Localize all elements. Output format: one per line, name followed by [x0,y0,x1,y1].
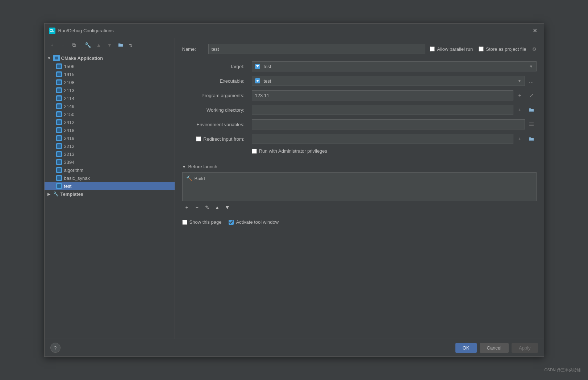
config-icon-2114 [56,95,62,101]
tree-item-2412[interactable]: 2412 [45,118,175,126]
tree-item-2113[interactable]: 2113 [45,86,175,94]
before-launch-header[interactable]: ▼ Before launch [182,164,537,169]
executable-label: Executable: [182,78,247,84]
tree-item-2419[interactable]: 2419 [45,134,175,142]
before-launch-edit-button[interactable]: ✎ [203,203,212,212]
config-icon-test [56,183,62,189]
store-as-project-label: Store as project file [486,46,526,52]
run-admin-checkbox-label[interactable]: Run with Administrator privileges [252,148,328,154]
config-icon-3212 [56,143,62,149]
run-admin-label: Run with Administrator privileges [259,148,328,154]
title-bar: CL Run/Debug Configurations ✕ [45,24,544,38]
footer-right: OK Cancel Apply [455,343,538,353]
apply-button[interactable]: Apply [512,343,538,353]
tree-item-test[interactable]: test [45,182,175,190]
title-bar-left: CL Run/Debug Configurations [49,28,114,34]
config-icon-3213 [56,151,62,157]
tree-item-basic-synax[interactable]: basic_synax [45,174,175,182]
move-up-button[interactable]: ▲ [94,40,104,50]
activate-tool-checkbox[interactable] [229,220,234,225]
env-vars-edit-button[interactable] [526,119,537,129]
show-page-checkbox[interactable] [182,220,187,225]
program-args-expand-button[interactable]: ⤢ [526,90,537,100]
redirect-checkbox-label[interactable]: Redirect input from: [196,136,244,142]
folder-button[interactable] [116,40,125,50]
working-dir-add-button[interactable]: + [515,105,525,115]
executable-select-icon [255,78,260,83]
program-args-add-button[interactable]: + [515,90,525,100]
cancel-button[interactable]: Cancel [480,343,509,353]
show-page-checkbox-label[interactable]: Show this page [182,219,222,225]
activate-tool-checkbox-label[interactable]: Activate tool window [229,219,279,225]
app-icon: CL [49,28,55,34]
templates-group-header[interactable]: ▶ 🔧 Templates [45,190,175,198]
name-input[interactable] [208,44,426,54]
executable-browse-button[interactable]: … [526,76,537,86]
tree-item-2114[interactable]: 2114 [45,94,175,102]
tree-item-label-3213: 3213 [64,152,75,157]
wrench-button[interactable]: 🔧 [83,40,93,50]
tree-item-2149[interactable]: 2149 [45,102,175,110]
tree-item-3213[interactable]: 3213 [45,150,175,158]
remove-config-button[interactable]: − [58,40,68,50]
settings-gear-icon[interactable]: ⚙ [532,46,537,52]
working-dir-input[interactable] [252,105,513,115]
move-down-button[interactable]: ▼ [105,40,114,50]
tree-item-label-1506: 1506 [64,64,75,69]
tree-item-3212[interactable]: 3212 [45,142,175,150]
store-as-project-checkbox[interactable] [479,46,484,51]
activate-tool-label: Activate tool window [236,219,279,225]
config-icon-1915 [56,71,62,77]
target-icon-triangle [256,65,259,67]
before-launch-add-button[interactable]: + [182,203,192,212]
tree-item-3394[interactable]: 3394 [45,158,175,166]
target-select[interactable]: test ▼ [252,61,537,71]
working-dir-label: Working directory: [182,107,247,113]
tree-item-2108[interactable]: 2108 [45,78,175,86]
tree-item-label-2412: 2412 [64,120,75,125]
tree-item-1915[interactable]: 1915 [45,70,175,78]
sort-button[interactable]: ⇅ [127,40,136,50]
redirect-browse-button[interactable] [526,134,537,144]
executable-row: Executable: test ▼ … [182,76,537,86]
store-as-project-checkbox-label[interactable]: Store as project file [479,46,526,52]
target-control: test ▼ [252,61,537,71]
templates-wrench-icon: 🔧 [53,191,59,197]
close-button[interactable]: ✕ [530,26,539,36]
allow-parallel-checkbox-label[interactable]: Allow parallel run [430,46,473,52]
dialog-footer: ? OK Cancel Apply [45,339,544,356]
executable-select[interactable]: test ▼ [252,76,525,86]
help-button[interactable]: ? [50,343,61,353]
ok-button[interactable]: OK [455,343,477,353]
target-dropdown-arrow: ▼ [529,64,533,69]
before-launch-down-button[interactable]: ▼ [223,203,232,212]
env-vars-input[interactable] [252,119,525,129]
working-dir-browse-button[interactable] [526,105,537,115]
program-args-value: 123 11 [255,93,270,98]
tree-item-1506[interactable]: 1506 [45,62,175,70]
tree-item-label-basic-synax: basic_synax [64,175,90,181]
before-launch-up-button[interactable]: ▲ [213,203,222,212]
add-config-button[interactable]: + [47,40,57,50]
allow-parallel-label: Allow parallel run [437,46,473,52]
tree-item-algorithm[interactable]: algorithm [45,166,175,174]
redirect-add-button[interactable]: + [515,134,525,144]
cmake-group-label: CMake Application [61,55,103,61]
build-hammer-icon: 🔨 [186,175,192,181]
before-launch-remove-button[interactable]: − [192,203,202,212]
program-args-control: 123 11 + ⤢ [252,90,537,100]
tree-item-label-3212: 3212 [64,144,75,149]
tree-item-2150[interactable]: 2150 [45,110,175,118]
redirect-input[interactable] [252,134,513,144]
redirect-checkbox[interactable] [196,136,201,141]
executable-dropdown-arrow: ▼ [518,79,522,83]
target-row: Target: test ▼ [182,61,537,71]
run-admin-checkbox[interactable] [252,149,257,154]
svg-rect-5 [529,125,534,126]
cmake-group-header[interactable]: ▼ CMake Application [45,54,175,62]
copy-config-button[interactable]: ⧉ [69,40,79,50]
tree-item-2418[interactable]: 2418 [45,126,175,134]
allow-parallel-checkbox[interactable] [430,46,435,51]
left-toolbar: + − ⧉ 🔧 ▲ ▼ ⇅ [45,38,175,52]
target-label: Target: [182,64,247,69]
